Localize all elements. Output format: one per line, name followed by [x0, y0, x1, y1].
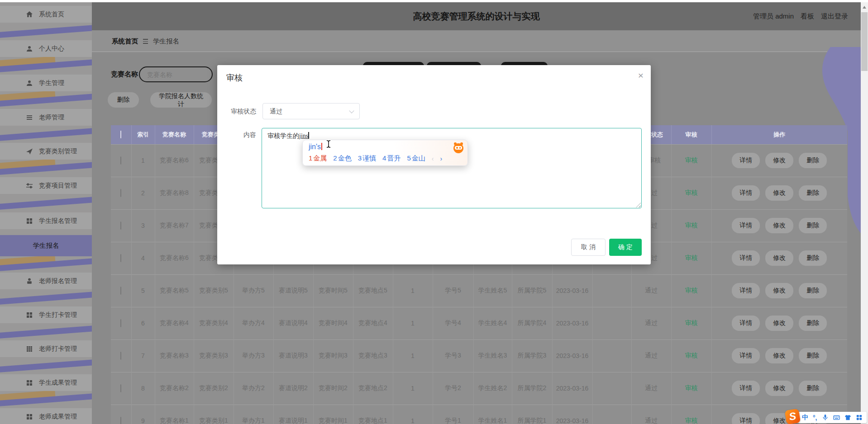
keyboard-icon[interactable] — [833, 414, 840, 421]
table-cell — [592, 372, 631, 405]
sidebar-item-label: 学生打卡管理 — [39, 311, 77, 319]
sidebar-stripe — [0, 291, 92, 305]
delete-row-button[interactable]: 删除 — [799, 153, 827, 168]
review-link[interactable]: 审核 — [685, 287, 698, 294]
row-checkbox[interactable] — [120, 189, 121, 197]
sidebar-item-label: 学生管理 — [39, 79, 64, 87]
sidebar-item-project-mgmt[interactable]: 竞赛项目管理 — [0, 177, 92, 194]
edit-button[interactable]: 修改 — [765, 250, 793, 266]
edit-button[interactable]: 修改 — [765, 316, 793, 331]
ime-candidate[interactable]: 5金山 — [407, 154, 425, 163]
sidebar-item-student-signup-mgmt[interactable]: 学生报名管理 — [0, 212, 92, 229]
scrollbar-up-arrow[interactable] — [863, 6, 866, 9]
delete-row-button[interactable]: 删除 — [799, 316, 827, 331]
confirm-button[interactable]: 确 定 — [609, 239, 642, 256]
chinese-mode-icon[interactable]: 中 — [802, 414, 808, 422]
sidebar-item-student-results[interactable]: 学生成果管理 — [0, 374, 92, 391]
sogou-ime-icon[interactable] — [453, 143, 463, 153]
table-cell: 竞赛类别1 — [194, 405, 234, 424]
delete-row-button[interactable]: 删除 — [799, 218, 827, 233]
select-all-checkbox[interactable] — [120, 131, 121, 138]
ime-next-page-icon[interactable]: › — [440, 155, 442, 162]
sidebar-item-student-mgmt[interactable]: 学生管理 — [0, 75, 92, 91]
detail-button[interactable]: 详情 — [732, 283, 760, 298]
sidebar-item-teacher-signup-mgmt[interactable]: 老师报名管理 — [0, 273, 92, 289]
search-input[interactable] — [139, 66, 213, 82]
sidebar-item-category-mgmt[interactable]: 竞赛类别管理 — [0, 143, 92, 160]
review-link[interactable]: 审核 — [685, 352, 698, 359]
kanban-link[interactable]: 看板 — [801, 12, 814, 21]
cancel-button[interactable]: 取 消 — [571, 239, 606, 256]
review-link[interactable]: 审核 — [685, 319, 698, 326]
textarea-text: 审核学生的 — [267, 132, 299, 139]
detail-button[interactable]: 详情 — [732, 218, 760, 233]
table-cell — [592, 339, 631, 372]
review-link[interactable]: 审核 — [685, 254, 698, 261]
detail-button[interactable]: 详情 — [732, 185, 760, 201]
sidebar-item-student-signup[interactable]: 学生报名 — [0, 235, 92, 256]
row-checkbox[interactable] — [120, 254, 121, 262]
table-row: 7竞赛名称3竞赛类别3举办方3赛道说明3竞赛时间3竞赛地点31学号3学生姓名3所… — [111, 339, 847, 372]
breadcrumb-home[interactable]: 系统首页 — [112, 37, 138, 46]
edit-button[interactable]: 修改 — [765, 348, 793, 363]
edit-button[interactable]: 修改 — [765, 283, 793, 298]
review-link[interactable]: 审核 — [685, 189, 698, 196]
detail-button[interactable]: 详情 — [732, 348, 760, 363]
table-cell: 所属学院2 — [512, 372, 552, 405]
status-field-label: 审核状态 — [217, 108, 256, 116]
punctuation-icon[interactable]: °, — [813, 414, 817, 421]
delete-button[interactable]: 删除 — [108, 92, 139, 108]
sidebar-item-student-checkin[interactable]: 学生打卡管理 — [0, 306, 92, 323]
ime-candidate[interactable]: 4晋升 — [382, 154, 401, 163]
edit-button[interactable]: 修改 — [765, 381, 793, 396]
detail-button[interactable]: 详情 — [732, 381, 760, 396]
skin-icon[interactable] — [844, 414, 851, 421]
review-link[interactable]: 审核 — [685, 221, 698, 229]
scrollbar-thumb[interactable] — [861, 12, 868, 71]
edit-button[interactable]: 修改 — [765, 218, 793, 233]
microphone-icon[interactable] — [822, 414, 829, 421]
row-checkbox[interactable] — [120, 221, 121, 230]
delete-row-button[interactable]: 删除 — [799, 185, 827, 201]
row-checkbox-cell — [111, 242, 131, 274]
detail-button[interactable]: 详情 — [732, 316, 760, 331]
toolbox-icon[interactable] — [856, 414, 863, 421]
delete-row-button[interactable]: 删除 — [799, 381, 827, 396]
row-checkbox[interactable] — [120, 287, 121, 295]
detail-button[interactable]: 详情 — [732, 413, 760, 424]
delete-row-button[interactable]: 删除 — [799, 348, 827, 363]
sidebar-item-teacher-checkin[interactable]: 老师打卡管理 — [0, 340, 92, 357]
detail-button[interactable]: 详情 — [732, 250, 760, 266]
table-cell: 所属学院4 — [512, 307, 552, 339]
resize-grip-icon[interactable] — [636, 203, 641, 207]
row-checkbox[interactable] — [120, 156, 121, 165]
delete-row-button[interactable]: 删除 — [799, 250, 827, 266]
sidebar-item-teacher-results[interactable]: 老师成果管理 — [0, 408, 92, 424]
review-link[interactable]: 审核 — [685, 384, 698, 391]
detail-button[interactable]: 详情 — [732, 153, 760, 168]
close-icon[interactable]: × — [638, 71, 644, 80]
row-checkbox[interactable] — [120, 417, 121, 424]
table-cell: 6 — [131, 307, 155, 339]
row-checkbox[interactable] — [120, 352, 121, 360]
edit-button[interactable]: 修改 — [765, 185, 793, 201]
ime-candidate[interactable]: 3谨慎 — [358, 154, 376, 163]
row-checkbox[interactable] — [120, 384, 121, 392]
sogou-logo-icon[interactable]: S — [785, 409, 801, 424]
review-link[interactable]: 审核 — [685, 417, 698, 424]
ime-candidate[interactable]: 1金属 — [309, 154, 327, 163]
college-signup-stats-button[interactable]: 学院报名人数统计 — [150, 92, 212, 108]
sidebar-item-home[interactable]: 系统首页 — [0, 6, 92, 23]
delete-row-button[interactable]: 删除 — [799, 283, 827, 298]
ime-candidate[interactable]: 2金色 — [333, 154, 351, 163]
table-row: 9竞赛名称1竞赛类别1举办方1赛道说明1竞赛时间1竞赛地点11学号1学生姓名1所… — [111, 405, 847, 424]
ime-prev-page-icon[interactable]: ‹ — [432, 155, 434, 162]
edit-button[interactable]: 修改 — [765, 153, 793, 168]
row-checkbox[interactable] — [120, 319, 121, 327]
logout-link[interactable]: 退出登录 — [821, 12, 848, 21]
status-select[interactable]: 通过 — [262, 103, 360, 119]
sidebar-item-profile[interactable]: 个人中心 — [0, 40, 92, 57]
breadcrumb-separator-icon — [143, 39, 148, 43]
sidebar-item-teacher-mgmt[interactable]: 老师管理 — [0, 109, 92, 126]
review-link[interactable]: 审核 — [685, 156, 698, 164]
